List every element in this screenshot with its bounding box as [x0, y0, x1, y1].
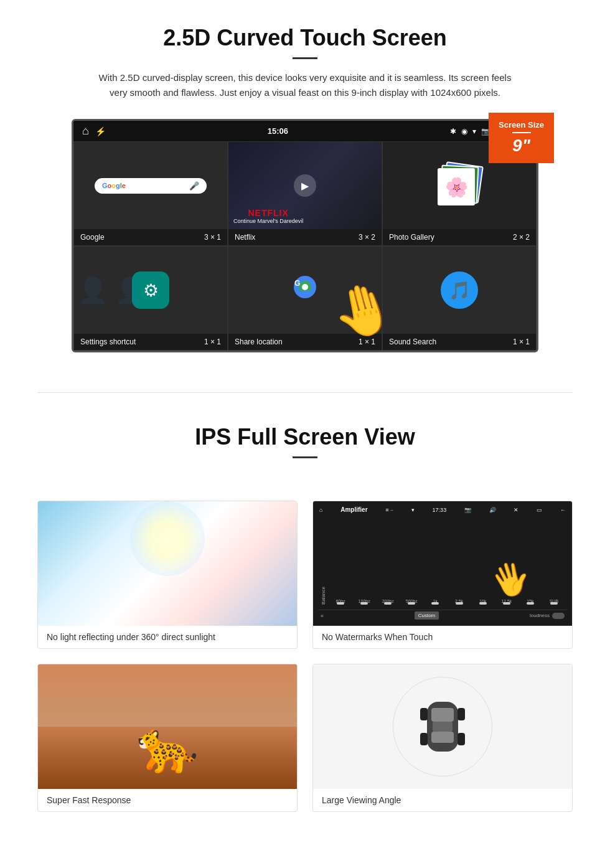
- svg-rect-6: [431, 708, 454, 722]
- amp-time: 17:33: [433, 507, 447, 513]
- cheetah-image: 🐆: [38, 664, 297, 789]
- sky-background: [38, 664, 297, 727]
- amp-nav-icon: «: [321, 613, 324, 619]
- google-logo: Google: [102, 182, 126, 189]
- car-caption: Large Viewing Angle: [313, 789, 572, 811]
- netflix-content: ▶ NETFLIX Continue Marvel's Daredevil: [228, 142, 382, 229]
- screen-badge-size: 9": [499, 136, 544, 156]
- netflix-app-cell[interactable]: ▶ NETFLIX Continue Marvel's Daredevil Ne…: [228, 141, 382, 246]
- eq-bar-1k[interactable]: 1k: [425, 599, 446, 605]
- svg-rect-9: [458, 708, 465, 720]
- svg-rect-7: [431, 732, 454, 743]
- eq-controls: 60hz 100hz 200hz: [329, 597, 566, 607]
- custom-button[interactable]: Custom: [415, 611, 439, 620]
- sunlight-caption: No light reflecting under 360° direct su…: [38, 626, 297, 648]
- bluetooth-icon: ✱: [450, 127, 456, 136]
- loudness-toggle[interactable]: [552, 613, 565, 619]
- settings-app-grid: 1 × 1: [204, 337, 221, 346]
- ips-title-underline: [293, 456, 317, 458]
- app-grid: Google 🎤 Google 3 × 1: [73, 141, 537, 351]
- usb-icon: ⚡: [95, 126, 106, 136]
- settings-app-name: Settings shortcut: [80, 337, 136, 346]
- google-app-name: Google: [80, 233, 105, 242]
- netflix-logo: NETFLIX: [233, 208, 303, 218]
- eq-bar-sub[interactable]: SUB: [543, 599, 565, 605]
- google-search-bar[interactable]: Google 🎤: [95, 178, 207, 194]
- svg-rect-11: [458, 733, 465, 745]
- location-icon: ◉: [461, 127, 467, 136]
- feature-grid: No light reflecting under 360° direct su…: [0, 488, 610, 837]
- status-bar: ⌂ ⚡ 15:06 ✱ ◉ ▾ 📷 🔊 ✕ ▭: [73, 121, 537, 141]
- sound-label-row: Sound Search 1 × 1: [383, 334, 536, 350]
- sound-search-cell[interactable]: 🎵 Sound Search 1 × 1: [382, 246, 537, 351]
- car-top-view-svg: [405, 689, 480, 764]
- netflix-app-grid: 3 × 2: [359, 233, 375, 242]
- amp-menu-icon: ≡ ··: [385, 507, 393, 513]
- eq-bar-15k[interactable]: 15k: [520, 599, 541, 605]
- car-image: [313, 664, 572, 789]
- status-bar-left: ⌂ ⚡: [82, 125, 106, 138]
- netflix-app-inner: ▶ NETFLIX Continue Marvel's Daredevil: [228, 142, 382, 229]
- balance-label: Balance: [319, 584, 327, 607]
- svg-rect-8: [420, 708, 428, 720]
- microphone-icon[interactable]: 🎤: [189, 181, 199, 191]
- amplifier-image: ⌂ Amplifier ≡ ·· ▾ 17:33 📷 🔊 ✕ ▭ ← Balan…: [313, 501, 572, 626]
- google-app-cell[interactable]: Google 🎤 Google 3 × 1: [73, 141, 228, 246]
- amp-x-icon: ✕: [514, 507, 518, 513]
- amplifier-feature: ⌂ Amplifier ≡ ·· ▾ 17:33 📷 🔊 ✕ ▭ ← Balan…: [312, 501, 573, 649]
- ghost-icon-2: 👤: [115, 276, 146, 305]
- photo-app-grid: 2 × 2: [513, 233, 530, 242]
- curved-section: 2.5D Curved Touch Screen With 2.5D curve…: [0, 0, 610, 374]
- svg-point-2: [302, 284, 308, 290]
- curved-description: With 2.5D curved-display screen, this de…: [93, 70, 517, 100]
- google-label-row: Google 3 × 1: [74, 229, 227, 245]
- sound-app-name: Sound Search: [389, 337, 436, 346]
- wifi-icon: ▾: [472, 127, 476, 136]
- amp-win-icon: ▭: [537, 507, 542, 513]
- loudness-label: loudness: [530, 613, 550, 618]
- sunlight-image: [38, 501, 297, 626]
- section-divider: [37, 392, 573, 393]
- cheetah-caption: Super Fast Response: [38, 789, 297, 811]
- screen-badge-title: Screen Size: [499, 120, 544, 130]
- sun-glow: [130, 501, 205, 576]
- share-location-cell[interactable]: G 🤚 Share location 1 × 1: [228, 246, 382, 351]
- amp-cam-icon: 📷: [464, 507, 471, 513]
- google-app-inner: Google 🎤: [74, 142, 227, 229]
- eq-bar-200hz[interactable]: 200hz: [377, 599, 398, 605]
- netflix-play-button[interactable]: ▶: [294, 174, 316, 197]
- cheetah-feature: 🐆 Super Fast Response: [37, 664, 298, 812]
- hand-icon: 🖐: [486, 555, 535, 603]
- photo-label-row: Photo Gallery 2 × 2: [383, 229, 536, 245]
- cheetah-emoji: 🐆: [136, 718, 199, 776]
- share-location-inner: G 🤚: [228, 247, 382, 334]
- amp-vol-icon: 🔊: [489, 507, 496, 513]
- ips-section: IPS Full Screen View: [0, 412, 610, 488]
- eq-bar-500hz[interactable]: 500hz: [401, 599, 422, 605]
- amplifier-bottom: « Custom loudness: [318, 610, 567, 621]
- photo-stack: 🌸: [434, 161, 484, 210]
- settings-app-cell[interactable]: 👤 👤 ⚙ Settings shortcut 1 × 1: [73, 246, 228, 351]
- ips-title: IPS Full Screen View: [37, 424, 573, 450]
- sunlight-feature: No light reflecting under 360° direct su…: [37, 501, 298, 649]
- eq-bar-60hz[interactable]: 60hz: [330, 599, 351, 605]
- eq-bar-100hz[interactable]: 100hz: [354, 599, 375, 605]
- amplifier-caption: No Watermarks When Touch: [313, 626, 572, 648]
- svg-text:G: G: [294, 279, 300, 288]
- svg-rect-10: [420, 733, 428, 745]
- title-underline: [293, 57, 317, 59]
- eq-bar-2.5k[interactable]: 2.5k: [448, 599, 469, 605]
- screen-size-badge: Screen Size 9": [489, 113, 554, 163]
- loudness-control: loudness: [530, 613, 565, 619]
- google-maps-icon: G: [288, 273, 322, 308]
- car-feature: Large Viewing Angle: [312, 664, 573, 812]
- eq-bar-10k[interactable]: 10k: [472, 599, 494, 605]
- svg-rect-12: [433, 722, 453, 732]
- flower-icon: 🌸: [445, 176, 468, 198]
- device-mockup: Screen Size 9" ⌂ ⚡ 15:06 ✱ ◉ ▾ 📷 🔊 ✕: [62, 119, 548, 352]
- settings-app-inner: 👤 👤 ⚙: [74, 247, 227, 334]
- device-screen: ⌂ ⚡ 15:06 ✱ ◉ ▾ 📷 🔊 ✕ ▭: [72, 119, 538, 352]
- photo-app-name: Photo Gallery: [389, 233, 434, 242]
- home-icon[interactable]: ⌂: [82, 125, 89, 138]
- ghost-icon-1: 👤: [77, 276, 108, 305]
